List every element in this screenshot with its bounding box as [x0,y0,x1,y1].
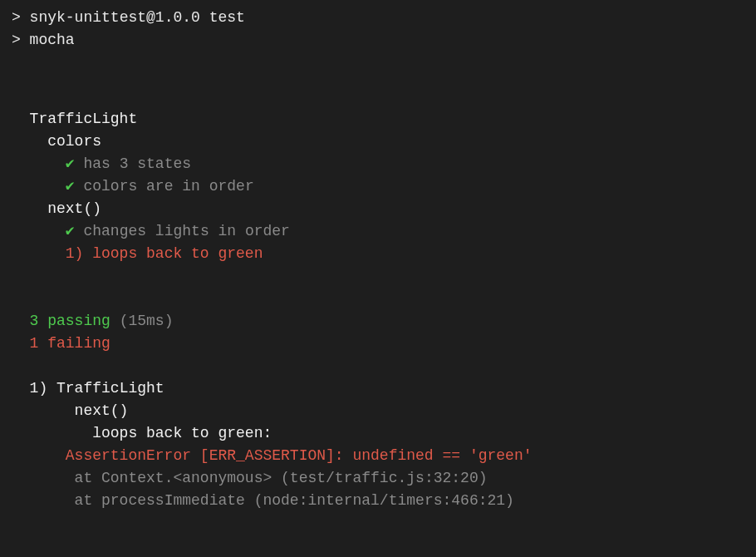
suite-group-next: next() [12,198,744,220]
check-icon: ✔ [66,223,75,239]
check-icon: ✔ [66,155,75,172]
test-pass-3: ✔ changes lights in order [12,220,744,243]
failure-stack-2: at processImmediate (node:internal/timer… [12,490,744,512]
failure-error: AssertionError [ERR_ASSERTION]: undefine… [12,445,744,467]
suite-group-colors: colors [12,131,744,153]
failure-stack-1: at Context.<anonymous> (test/traffic.js:… [12,467,744,490]
test-pass-1: ✔ has 3 states [12,153,744,175]
npm-script-header-line2: > mocha [12,29,744,52]
failure-header-group: next() [12,400,744,422]
npm-script-header-line1: > snyk-unittest@1.0.0 test [12,7,744,29]
check-icon: ✔ [66,178,75,195]
summary-passing: 3 passing (15ms) [12,310,744,333]
failure-header-suite: 1) TrafficLight [12,377,744,400]
suite-root: TrafficLight [12,108,744,131]
summary-failing: 1 failing [12,333,744,355]
failure-header-test: loops back to green: [12,422,744,445]
test-fail-1: 1) loops back to green [12,243,744,265]
test-pass-2: ✔ colors are in order [12,175,744,198]
